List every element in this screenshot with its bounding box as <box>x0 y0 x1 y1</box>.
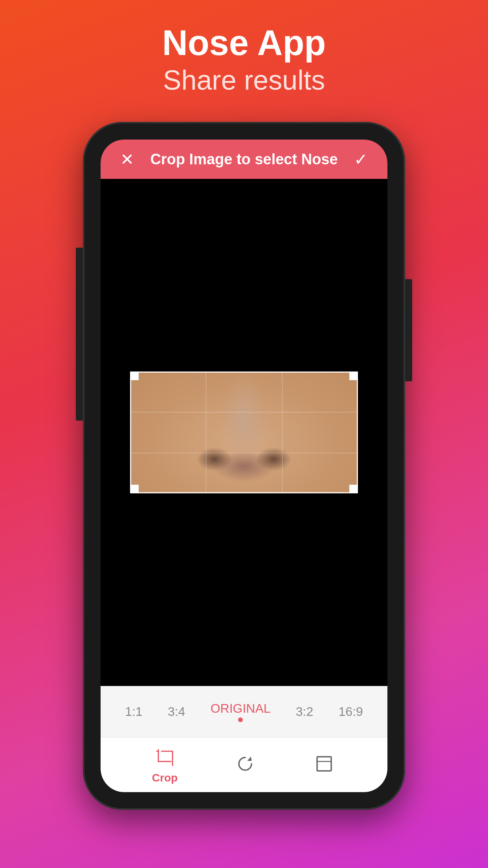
toolbar-expand[interactable] <box>312 752 336 778</box>
app-header: Nose App Share results <box>162 0 326 114</box>
crop-corner-br[interactable] <box>349 485 358 493</box>
ratio-3-2[interactable]: 3:2 <box>291 701 318 722</box>
crop-corner-tl[interactable] <box>130 371 139 380</box>
crop-header-title: Crop Image to select Nose <box>150 151 338 168</box>
crop-corner-bl[interactable] <box>130 485 139 493</box>
toolbar-crop[interactable]: Crop <box>152 746 178 784</box>
crop-tool-icon <box>153 746 176 769</box>
expand-tool-icon <box>312 752 336 776</box>
app-subtitle: Share results <box>162 63 326 98</box>
svg-rect-6 <box>317 757 331 771</box>
ratio-original[interactable]: ORIGINAL <box>206 698 275 725</box>
crop-image-container[interactable] <box>130 371 358 493</box>
ratio-bar: 1:1 3:4 ORIGINAL 3:2 16:9 <box>101 686 387 737</box>
rotate-tool-icon <box>233 752 257 776</box>
ratio-3-4[interactable]: 3:4 <box>163 701 190 722</box>
ratio-active-dot <box>238 717 243 722</box>
crop-tool-label: Crop <box>152 772 178 784</box>
crop-canvas[interactable] <box>101 179 387 686</box>
toolbar-rotate[interactable] <box>233 752 257 778</box>
close-icon[interactable]: ✕ <box>120 150 134 169</box>
crop-border <box>130 371 358 493</box>
ratio-16-9[interactable]: 16:9 <box>334 701 368 722</box>
ratio-1-1[interactable]: 1:1 <box>120 701 147 722</box>
crop-corner-tr[interactable] <box>349 371 358 380</box>
phone-mockup: ✕ Crop Image to select Nose ✓ <box>83 122 405 810</box>
confirm-icon[interactable]: ✓ <box>354 150 368 169</box>
app-title: Nose App <box>162 24 326 63</box>
bottom-toolbar: Crop <box>101 737 387 792</box>
crop-header-bar: ✕ Crop Image to select Nose ✓ <box>101 140 387 179</box>
phone-screen: ✕ Crop Image to select Nose ✓ <box>101 140 387 792</box>
